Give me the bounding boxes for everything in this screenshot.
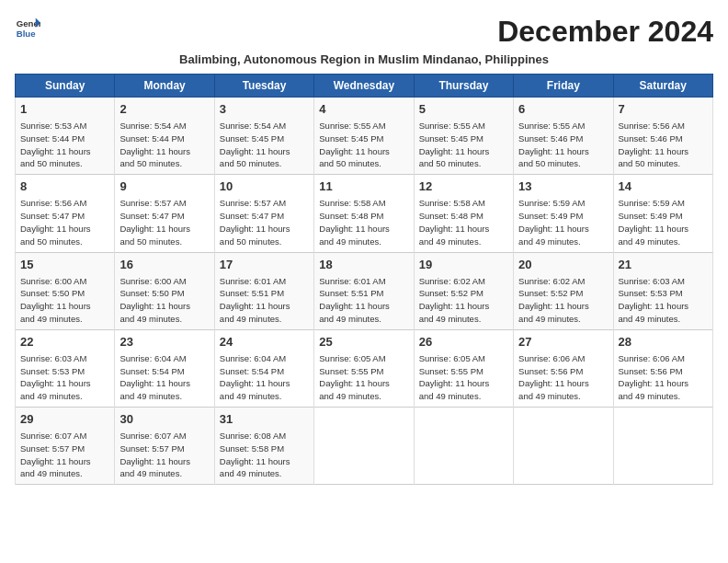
day-details: Sunrise: 6:07 AM Sunset: 5:57 PM Dayligh… (119, 430, 209, 480)
day-details: Sunrise: 6:01 AM Sunset: 5:51 PM Dayligh… (220, 275, 309, 326)
calendar-subtitle: Balimbing, Autonomous Region in Muslim M… (15, 52, 713, 66)
day-details: Sunrise: 5:59 AM Sunset: 5:49 PM Dayligh… (619, 197, 708, 247)
day-number: 12 (419, 178, 508, 195)
day-details: Sunrise: 5:55 AM Sunset: 5:46 PM Dayligh… (518, 120, 608, 170)
day-number: 6 (518, 101, 608, 118)
logo-icon: General Blue (15, 15, 40, 40)
calendar-body: 1Sunrise: 5:53 AM Sunset: 5:44 PM Daylig… (16, 98, 713, 485)
header-day-sunday: Sunday (16, 75, 115, 98)
day-number: 5 (419, 101, 508, 118)
header-day-wednesday: Wednesday (314, 75, 414, 98)
day-number: 26 (419, 334, 508, 350)
day-details: Sunrise: 6:05 AM Sunset: 5:55 PM Dayligh… (319, 352, 408, 403)
header-day-monday: Monday (115, 75, 214, 98)
day-number: 11 (319, 178, 408, 195)
day-details: Sunrise: 5:56 AM Sunset: 5:47 PM Dayligh… (20, 197, 109, 247)
day-details: Sunrise: 6:00 AM Sunset: 5:50 PM Dayligh… (20, 275, 109, 326)
calendar-header-row: SundayMondayTuesdayWednesdayThursdayFrid… (16, 75, 713, 98)
day-details: Sunrise: 5:58 AM Sunset: 5:48 PM Dayligh… (319, 197, 408, 247)
calendar-cell: 21Sunrise: 6:03 AM Sunset: 5:53 PM Dayli… (613, 252, 712, 329)
day-number: 10 (220, 178, 309, 195)
day-details: Sunrise: 6:02 AM Sunset: 5:52 PM Dayligh… (419, 275, 508, 326)
calendar-cell: 15Sunrise: 6:00 AM Sunset: 5:50 PM Dayli… (16, 252, 115, 329)
day-number: 29 (20, 411, 109, 428)
calendar-table: SundayMondayTuesdayWednesdayThursdayFrid… (15, 74, 713, 485)
day-details: Sunrise: 6:08 AM Sunset: 5:58 PM Dayligh… (220, 430, 309, 480)
calendar-week-1: 1Sunrise: 5:53 AM Sunset: 5:44 PM Daylig… (16, 98, 713, 175)
day-number: 8 (20, 178, 109, 195)
day-details: Sunrise: 5:54 AM Sunset: 5:44 PM Dayligh… (119, 120, 209, 170)
day-details: Sunrise: 5:59 AM Sunset: 5:49 PM Dayligh… (518, 197, 608, 247)
day-number: 28 (619, 334, 708, 350)
day-details: Sunrise: 5:57 AM Sunset: 5:47 PM Dayligh… (220, 197, 309, 247)
day-number: 31 (220, 411, 309, 428)
day-details: Sunrise: 6:04 AM Sunset: 5:54 PM Dayligh… (220, 352, 309, 403)
day-details: Sunrise: 5:57 AM Sunset: 5:47 PM Dayligh… (119, 197, 209, 247)
calendar-cell: 2Sunrise: 5:54 AM Sunset: 5:44 PM Daylig… (115, 98, 214, 175)
day-details: Sunrise: 5:58 AM Sunset: 5:48 PM Dayligh… (419, 197, 508, 247)
calendar-cell: 10Sunrise: 5:57 AM Sunset: 5:47 PM Dayli… (214, 175, 313, 252)
day-details: Sunrise: 5:54 AM Sunset: 5:45 PM Dayligh… (220, 120, 309, 170)
day-number: 13 (518, 178, 608, 195)
calendar-week-3: 15Sunrise: 6:00 AM Sunset: 5:50 PM Dayli… (16, 252, 713, 329)
day-details: Sunrise: 6:03 AM Sunset: 5:53 PM Dayligh… (20, 352, 109, 403)
calendar-cell: 6Sunrise: 5:55 AM Sunset: 5:46 PM Daylig… (514, 98, 613, 175)
calendar-cell: 22Sunrise: 6:03 AM Sunset: 5:53 PM Dayli… (16, 329, 115, 407)
calendar-cell (514, 408, 613, 485)
calendar-cell: 16Sunrise: 6:00 AM Sunset: 5:50 PM Dayli… (115, 252, 214, 329)
calendar-cell (613, 408, 712, 485)
calendar-cell: 26Sunrise: 6:05 AM Sunset: 5:55 PM Dayli… (414, 329, 513, 407)
calendar-cell: 3Sunrise: 5:54 AM Sunset: 5:45 PM Daylig… (214, 98, 313, 175)
day-number: 30 (119, 411, 209, 428)
day-details: Sunrise: 6:06 AM Sunset: 5:56 PM Dayligh… (518, 352, 608, 403)
day-number: 1 (20, 101, 109, 118)
calendar-cell: 18Sunrise: 6:01 AM Sunset: 5:51 PM Dayli… (314, 252, 414, 329)
day-details: Sunrise: 5:55 AM Sunset: 5:45 PM Dayligh… (419, 120, 508, 170)
calendar-cell: 19Sunrise: 6:02 AM Sunset: 5:52 PM Dayli… (414, 252, 513, 329)
day-details: Sunrise: 5:53 AM Sunset: 5:44 PM Dayligh… (20, 120, 109, 170)
day-number: 14 (619, 178, 708, 195)
day-number: 3 (220, 101, 309, 118)
header-day-saturday: Saturday (613, 75, 712, 98)
day-number: 17 (220, 257, 309, 273)
day-details: Sunrise: 6:01 AM Sunset: 5:51 PM Dayligh… (319, 275, 408, 326)
day-number: 9 (119, 178, 209, 195)
header-day-tuesday: Tuesday (214, 75, 313, 98)
calendar-cell: 13Sunrise: 5:59 AM Sunset: 5:49 PM Dayli… (514, 175, 613, 252)
day-number: 27 (518, 334, 608, 350)
calendar-cell: 9Sunrise: 5:57 AM Sunset: 5:47 PM Daylig… (115, 175, 214, 252)
day-number: 2 (119, 101, 209, 118)
day-details: Sunrise: 6:04 AM Sunset: 5:54 PM Dayligh… (119, 352, 209, 403)
day-details: Sunrise: 6:07 AM Sunset: 5:57 PM Dayligh… (20, 430, 109, 480)
calendar-cell: 20Sunrise: 6:02 AM Sunset: 5:52 PM Dayli… (514, 252, 613, 329)
day-number: 21 (619, 257, 708, 273)
header-day-friday: Friday (514, 75, 613, 98)
day-details: Sunrise: 5:55 AM Sunset: 5:45 PM Dayligh… (319, 120, 408, 170)
calendar-cell: 8Sunrise: 5:56 AM Sunset: 5:47 PM Daylig… (16, 175, 115, 252)
calendar-cell: 4Sunrise: 5:55 AM Sunset: 5:45 PM Daylig… (314, 98, 414, 175)
day-number: 19 (419, 257, 508, 273)
day-number: 18 (319, 257, 408, 273)
day-number: 15 (20, 257, 109, 273)
calendar-cell: 30Sunrise: 6:07 AM Sunset: 5:57 PM Dayli… (115, 408, 214, 485)
logo: General Blue (15, 15, 40, 40)
calendar-week-2: 8Sunrise: 5:56 AM Sunset: 5:47 PM Daylig… (16, 175, 713, 252)
calendar-cell: 31Sunrise: 6:08 AM Sunset: 5:58 PM Dayli… (214, 408, 313, 485)
day-number: 7 (619, 101, 708, 118)
day-number: 20 (518, 257, 608, 273)
calendar-cell: 24Sunrise: 6:04 AM Sunset: 5:54 PM Dayli… (214, 329, 313, 407)
day-number: 23 (119, 334, 209, 350)
calendar-week-4: 22Sunrise: 6:03 AM Sunset: 5:53 PM Dayli… (16, 329, 713, 407)
calendar-cell: 5Sunrise: 5:55 AM Sunset: 5:45 PM Daylig… (414, 98, 513, 175)
month-title: December 2024 (497, 15, 713, 49)
day-number: 24 (220, 334, 309, 350)
header: General Blue December 2024 (15, 15, 713, 49)
calendar-cell: 27Sunrise: 6:06 AM Sunset: 5:56 PM Dayli… (514, 329, 613, 407)
calendar-cell: 23Sunrise: 6:04 AM Sunset: 5:54 PM Dayli… (115, 329, 214, 407)
calendar-cell: 14Sunrise: 5:59 AM Sunset: 5:49 PM Dayli… (613, 175, 712, 252)
calendar-cell: 1Sunrise: 5:53 AM Sunset: 5:44 PM Daylig… (16, 98, 115, 175)
calendar-cell: 29Sunrise: 6:07 AM Sunset: 5:57 PM Dayli… (16, 408, 115, 485)
calendar-cell (414, 408, 513, 485)
day-number: 4 (319, 101, 408, 118)
calendar-cell: 17Sunrise: 6:01 AM Sunset: 5:51 PM Dayli… (214, 252, 313, 329)
